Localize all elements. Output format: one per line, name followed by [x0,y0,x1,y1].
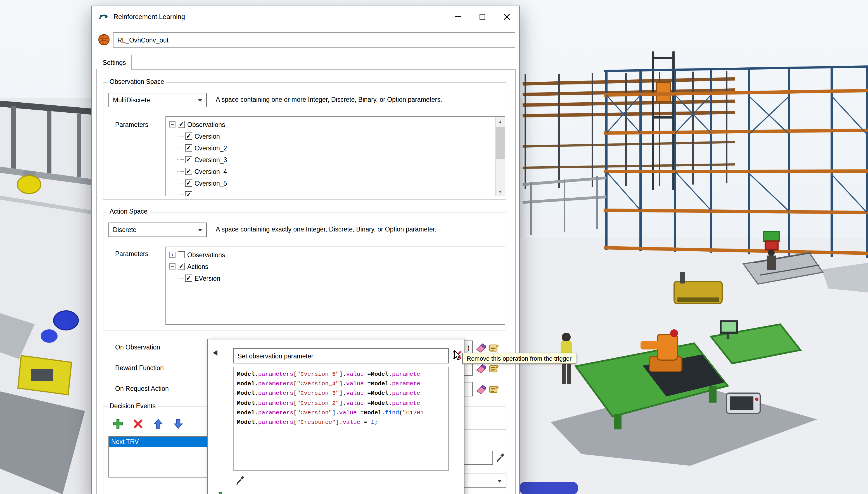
tree-indent [169,148,177,148]
blue-item [520,482,578,494]
code-template-icon[interactable] [488,363,499,374]
code-line: Model.parameters["Cversion_5"].value =Mo… [237,369,448,379]
move-down-button[interactable] [171,417,185,431]
tree-item[interactable]: Cversion_5 [166,177,505,189]
checkbox[interactable] [185,168,192,175]
checkbox[interactable] [185,133,192,140]
tree-indent [169,136,177,136]
code-line: Model.parameters["Cversion_3"].value =Mo… [237,389,448,398]
scroll-down-icon[interactable]: ▼ [496,187,505,196]
tree-item[interactable]: Cversion_3 [166,154,505,166]
expand-box-icon[interactable]: + [169,252,176,258]
tree-item-label: Observations [187,251,225,258]
tree-item[interactable] [166,189,505,196]
observation-space-type-value: MultiDiscrete [113,97,150,103]
plus-icon [112,418,123,430]
tree-item-label: Cversion_4 [195,168,227,175]
tree-connector [177,278,184,279]
code-editor[interactable]: Model.parameters["Cversion_5"].value =Mo… [233,367,449,471]
chevron-down-icon [198,99,202,102]
name-input[interactable] [113,33,515,48]
checkbox[interactable] [185,144,192,152]
list-item[interactable]: Next TRV [109,437,212,447]
tree-item[interactable]: Cversion_4 [166,166,505,177]
observation-space-type-dropdown[interactable]: MultiDiscrete [108,93,207,107]
code-template-icon[interactable] [488,384,499,395]
tree-indent [169,278,177,279]
add-operation-button[interactable] [215,492,226,494]
titlebar[interactable]: Reinforcement Learning [92,6,519,27]
tree-item-label: EVersion [195,275,220,282]
add-event-button[interactable] [111,417,125,431]
code-line: Model.parameters["Cversion"].value =Mode… [237,408,448,418]
reward-function-label: Reward Function [115,364,164,371]
eraser-icon[interactable] [475,384,486,395]
on-observation-field-text: ) [467,344,470,351]
on-observation-label: On Observation [115,344,160,350]
tab-settings[interactable]: Settings [97,55,132,70]
tree-item[interactable]: EVersion [166,272,505,284]
scrollbar-thumb[interactable] [496,127,505,159]
sampler-icon[interactable] [235,474,246,485]
control-tablet [727,393,760,413]
sampler-icon[interactable] [495,451,506,462]
eraser-icon[interactable] [475,363,486,374]
tree-connector [177,195,184,195]
decision-events-list[interactable]: Next TRV [108,436,212,477]
action-space-type-dropdown[interactable]: Discrete [108,223,207,237]
tree-item[interactable]: Cversion_2 [166,142,505,154]
collapse-arrow-icon[interactable] [212,349,218,356]
collapse-box-icon[interactable]: − [169,263,176,269]
scroll-up-icon[interactable]: ▲ [496,117,505,126]
checkbox[interactable] [178,251,185,258]
tree-item[interactable]: +Observations [166,249,505,261]
maximize-button[interactable] [470,6,495,27]
observation-parameters-tree[interactable]: −ObservationsCversionCversion_2Cversion_… [165,116,505,196]
checkbox[interactable] [178,121,185,128]
checkbox[interactable] [178,263,185,270]
move-up-button[interactable] [151,417,165,431]
tooltip: Remove this operation from the trigger [462,353,576,364]
maximize-icon [479,14,485,20]
tree-connector [177,136,184,136]
minimize-button[interactable] [446,6,470,27]
arrow-up-icon [153,418,164,430]
screen: Reinforcement Learning Settings Observat… [0,0,868,494]
checkbox[interactable] [185,191,192,196]
delete-event-button[interactable] [131,417,145,431]
tree-item[interactable]: Cversion [166,130,505,142]
eraser-icon[interactable] [475,342,486,354]
code-line: Model.parameters["Cversion_4"].value =Mo… [237,379,448,388]
group-divider [465,430,506,430]
tree-connector [177,148,184,148]
collapse-box-icon[interactable]: − [169,121,176,128]
red-x-icon [133,418,144,430]
tree-connector [177,159,184,160]
action-parameters-label: Parameters [115,250,149,257]
checkbox[interactable] [185,156,192,163]
tree-item[interactable]: −Actions [166,261,505,272]
tree-item-label: Cversion [195,133,220,139]
arrow-down-icon [173,418,184,430]
close-button[interactable] [495,6,519,27]
tree-indent [169,183,177,184]
rl-tool-icon [97,33,111,46]
code-template-icon[interactable] [488,342,499,354]
tree-item[interactable]: −Observations [166,118,505,130]
tree-connector [177,183,184,184]
tab-settings-label: Settings [102,59,126,66]
scrollbar[interactable]: ▲ ▼ [495,117,505,196]
observation-parameters-label: Parameters [115,121,149,128]
code-line: Model.parameters["Cversion_2"].value =Mo… [237,398,448,408]
tree-indent [169,171,177,172]
window-title: Reinforcement Learning [114,13,185,21]
operation-title-input[interactable] [233,348,449,363]
action-parameters-tree[interactable]: +Observations−ActionsEVersion [165,247,505,325]
checkbox[interactable] [185,179,192,187]
checkbox[interactable] [185,274,192,282]
reinforcement-learning-window: Reinforcement Learning Settings Observat… [91,5,520,494]
tree-item-label: Cversion_3 [195,156,227,163]
on-request-action-label: On Request Action [115,385,169,392]
tree-item-label: Cversion_5 [195,180,227,187]
tree-connector [177,171,184,172]
